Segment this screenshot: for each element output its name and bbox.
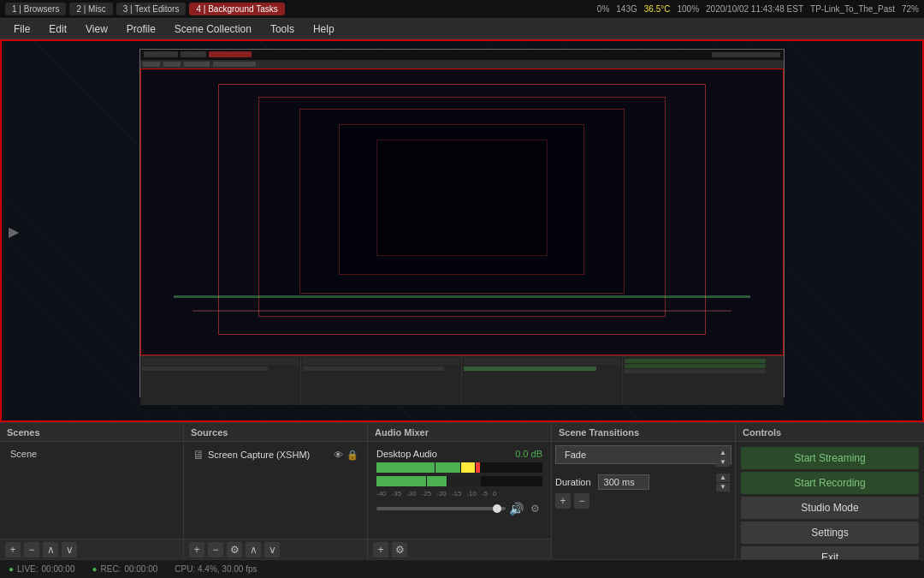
scenes-down-button[interactable]: ∨ — [62, 542, 77, 557]
tab-browsers[interactable]: 1 | Browsers — [5, 3, 66, 15]
obs-recursive-preview: ▶ — [2, 41, 922, 420]
volume-slider-thumb[interactable] — [493, 504, 501, 513]
vu-meter — [376, 462, 542, 473]
network-name: TP-Link_To_The_Past — [810, 4, 895, 14]
sources-add-button[interactable]: + — [189, 542, 204, 557]
mini-rec-3 — [299, 109, 625, 294]
memory-usage: 143G — [616, 4, 637, 14]
mini-m2 — [163, 62, 181, 67]
scenes-content: Scene — [0, 442, 183, 539]
meter-yellow — [461, 462, 475, 473]
scenes-panel: Scenes Scene + − ∧ ∨ — [0, 423, 184, 559]
scenes-remove-button[interactable]: − — [24, 542, 39, 557]
scenes-header: Scenes — [0, 423, 183, 442]
menu-help[interactable]: Help — [305, 21, 343, 38]
desktop-audio-track: Desktop Audio 0.0 dB — [371, 445, 548, 520]
mini-rec-btn — [625, 364, 766, 368]
transition-remove-button[interactable]: − — [574, 493, 589, 509]
mini-rec-2 — [258, 97, 666, 317]
live-label: LIVE: — [17, 564, 38, 574]
tab-misc[interactable]: 2 | Misc — [69, 3, 112, 15]
meter-label-10: -10 — [466, 490, 477, 498]
exit-button[interactable]: Exit — [741, 546, 919, 559]
scenes-toolbar: + − ∧ ∨ — [0, 539, 183, 559]
audio-track-header: Desktop Audio 0.0 dB — [376, 449, 542, 459]
cpu-status: CPU: 4.4%, 30.00 fps — [175, 564, 257, 574]
duration-up-button[interactable]: ▲ — [716, 474, 730, 482]
transition-add-button[interactable]: + — [555, 493, 571, 509]
scenes-add-button[interactable]: + — [5, 542, 21, 557]
volume-slider[interactable] — [376, 507, 506, 510]
mini-tab-1 — [144, 51, 178, 57]
mini-sysbar — [140, 50, 783, 60]
duration-input[interactable] — [598, 474, 649, 490]
audio-mixer-panel: Audio Mixer Desktop Audio 0.0 dB — [368, 423, 552, 559]
mini-source-1 — [303, 366, 444, 371]
start-recording-button[interactable]: Start Recording — [741, 472, 919, 494]
menu-view[interactable]: View — [77, 21, 116, 38]
audio-settings-button[interactable]: ⚙ — [527, 501, 542, 516]
scenes-up-button[interactable]: ∧ — [43, 542, 58, 557]
controls-content: Start Streaming Start Recording Studio M… — [736, 442, 924, 559]
mini-audio-h — [464, 358, 620, 365]
meter-label-15: -15 — [452, 490, 462, 498]
audio-track-name: Desktop Audio — [376, 449, 437, 459]
studio-mode-button[interactable]: Studio Mode — [741, 497, 919, 519]
menu-edit[interactable]: Edit — [40, 21, 75, 38]
left-arrow-indicator: ▶ — [9, 223, 19, 239]
transition-arrows: ▲ ▼ — [716, 449, 730, 467]
volume-db: 0.0 dB — [515, 449, 542, 459]
rec-timer: 00:00:00 — [124, 564, 157, 574]
menu-scene-collection[interactable]: Scene Collection — [166, 21, 260, 38]
rec-status: ● REC: 00:00:00 — [92, 564, 157, 574]
meter-green-1 — [376, 462, 435, 473]
controls-header: Controls — [736, 423, 924, 442]
meter-label-40: -40 — [376, 490, 387, 498]
sources-header: Sources — [184, 423, 367, 442]
sources-settings-button[interactable]: ⚙ — [227, 542, 242, 557]
status-bar: ● LIVE: 00:00:00 ● REC: 00:00:00 CPU: 4.… — [0, 559, 924, 578]
audio-settings-toolbar-button[interactable]: ⚙ — [392, 542, 407, 557]
mute-button[interactable]: 🔊 — [509, 502, 524, 515]
menu-tools[interactable]: Tools — [262, 21, 303, 38]
meter-label-20: -20 — [436, 490, 447, 498]
duration-down-button[interactable]: ▼ — [716, 483, 730, 492]
sources-up-button[interactable]: ∧ — [246, 542, 261, 557]
mini-bottompanels — [140, 355, 783, 405]
meter-label-5: -5 — [482, 490, 488, 498]
tab-text-editors[interactable]: 3 | Text Editors — [116, 3, 187, 15]
mini-audio-bar — [464, 366, 596, 371]
brightness: 72% — [902, 4, 919, 14]
live-dot: ● — [9, 564, 14, 574]
sources-down-button[interactable]: ∨ — [264, 542, 280, 557]
eye-icon[interactable]: 👁 — [334, 450, 343, 461]
start-streaming-button[interactable]: Start Streaming — [741, 447, 919, 469]
transition-up-button[interactable]: ▲ — [716, 449, 730, 457]
sources-remove-button[interactable]: − — [208, 542, 223, 557]
menu-file[interactable]: File — [5, 21, 38, 38]
settings-button[interactable]: Settings — [741, 521, 919, 544]
audio-add-button[interactable]: + — [373, 542, 388, 557]
transition-down-button[interactable]: ▼ — [716, 458, 730, 467]
menu-profile[interactable]: Profile — [118, 21, 164, 38]
transition-controls-row: + − — [555, 493, 732, 509]
mini-rec-5 — [376, 140, 548, 256]
meter-label-35: -35 — [392, 490, 402, 498]
source-item-1[interactable]: 🖥 Screen Capture (XSHM) 👁 🔒 — [187, 445, 364, 464]
duration-label: Duration — [555, 477, 591, 487]
mini-timeline-bar2 — [192, 310, 731, 312]
mini-stream-btn — [625, 359, 766, 363]
tab-background-tasks[interactable]: 4 | Background Tasks — [189, 3, 284, 15]
scene-item-1[interactable]: Scene — [3, 445, 180, 462]
transition-select[interactable]: Fade Cut — [555, 445, 732, 464]
mini-scene-1 — [142, 366, 267, 371]
mini-tab-2 — [181, 51, 206, 57]
mini-m4 — [213, 62, 256, 67]
datetime: 2020/10/02 11:43:48 EST — [706, 4, 803, 14]
duration-arrows: ▲ ▼ — [716, 474, 730, 492]
monitor-icon: 🖥 — [192, 448, 204, 462]
battery-level: 100% — [677, 4, 699, 14]
mini-tab-active — [209, 51, 252, 57]
meter-labels: -40 -35 -30 -25 -20 -15 -10 -5 0 — [376, 490, 542, 498]
lock-icon[interactable]: 🔒 — [346, 450, 358, 461]
